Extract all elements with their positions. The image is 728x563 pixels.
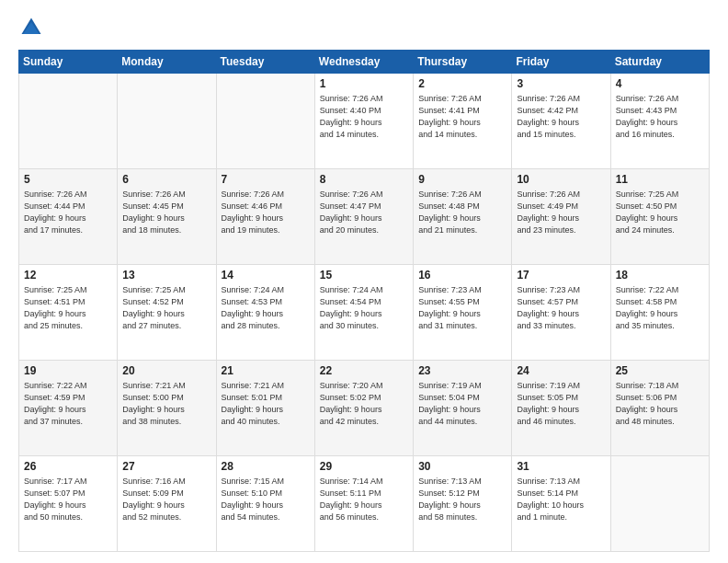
calendar-cell: 9Sunrise: 7:26 AM Sunset: 4:48 PM Daylig… — [414, 169, 512, 265]
day-number: 1 — [320, 77, 408, 90]
day-number: 6 — [122, 173, 210, 186]
day-info: Sunrise: 7:22 AM Sunset: 4:59 PM Dayligh… — [24, 380, 112, 428]
calendar-table: SundayMondayTuesdayWednesdayThursdayFrid… — [18, 50, 710, 552]
calendar-cell: 21Sunrise: 7:21 AM Sunset: 5:01 PM Dayli… — [216, 361, 314, 456]
day-info: Sunrise: 7:26 AM Sunset: 4:46 PM Dayligh… — [222, 189, 310, 236]
calendar-cell — [19, 74, 118, 169]
day-info: Sunrise: 7:21 AM Sunset: 5:01 PM Dayligh… — [222, 380, 310, 428]
day-info: Sunrise: 7:26 AM Sunset: 4:45 PM Dayligh… — [122, 189, 210, 236]
calendar-week-row: 12Sunrise: 7:25 AM Sunset: 4:51 PM Dayli… — [19, 265, 710, 361]
day-info: Sunrise: 7:26 AM Sunset: 4:47 PM Dayligh… — [320, 189, 408, 236]
calendar-cell: 23Sunrise: 7:19 AM Sunset: 5:04 PM Dayli… — [414, 361, 512, 456]
calendar-cell: 2Sunrise: 7:26 AM Sunset: 4:41 PM Daylig… — [414, 74, 512, 169]
day-info: Sunrise: 7:18 AM Sunset: 5:06 PM Dayligh… — [616, 380, 704, 428]
day-number: 3 — [517, 77, 605, 90]
day-info: Sunrise: 7:23 AM Sunset: 4:55 PM Dayligh… — [418, 284, 506, 332]
calendar-cell — [610, 456, 709, 552]
day-number: 10 — [517, 173, 605, 186]
day-info: Sunrise: 7:26 AM Sunset: 4:43 PM Dayligh… — [616, 93, 704, 141]
day-number: 20 — [122, 364, 210, 377]
calendar-cell: 16Sunrise: 7:23 AM Sunset: 4:55 PM Dayli… — [414, 265, 512, 361]
calendar-cell: 17Sunrise: 7:23 AM Sunset: 4:57 PM Dayli… — [512, 265, 610, 361]
calendar-header-saturday: Saturday — [610, 51, 709, 74]
day-number: 2 — [418, 77, 506, 90]
calendar-cell: 1Sunrise: 7:26 AM Sunset: 4:40 PM Daylig… — [314, 74, 413, 169]
day-info: Sunrise: 7:16 AM Sunset: 5:09 PM Dayligh… — [122, 476, 210, 523]
day-info: Sunrise: 7:25 AM Sunset: 4:51 PM Dayligh… — [24, 284, 112, 332]
day-info: Sunrise: 7:24 AM Sunset: 4:53 PM Dayligh… — [222, 284, 310, 332]
calendar-cell: 20Sunrise: 7:21 AM Sunset: 5:00 PM Dayli… — [118, 361, 216, 456]
day-info: Sunrise: 7:25 AM Sunset: 4:52 PM Dayligh… — [122, 284, 210, 332]
day-number: 5 — [24, 173, 112, 186]
day-info: Sunrise: 7:22 AM Sunset: 4:58 PM Dayligh… — [616, 284, 704, 332]
calendar-cell: 15Sunrise: 7:24 AM Sunset: 4:54 PM Dayli… — [314, 265, 413, 361]
calendar-header-friday: Friday — [512, 51, 610, 74]
day-info: Sunrise: 7:20 AM Sunset: 5:02 PM Dayligh… — [320, 380, 408, 428]
day-info: Sunrise: 7:15 AM Sunset: 5:10 PM Dayligh… — [222, 476, 310, 523]
day-info: Sunrise: 7:26 AM Sunset: 4:40 PM Dayligh… — [320, 93, 408, 141]
day-info: Sunrise: 7:21 AM Sunset: 5:00 PM Dayligh… — [122, 380, 210, 428]
calendar-header-wednesday: Wednesday — [314, 51, 413, 74]
calendar-header-sunday: Sunday — [19, 51, 118, 74]
day-number: 13 — [122, 269, 210, 282]
calendar-cell: 22Sunrise: 7:20 AM Sunset: 5:02 PM Dayli… — [314, 361, 413, 456]
calendar-cell: 30Sunrise: 7:13 AM Sunset: 5:12 PM Dayli… — [414, 456, 512, 552]
calendar-cell: 10Sunrise: 7:26 AM Sunset: 4:49 PM Dayli… — [512, 169, 610, 265]
day-info: Sunrise: 7:19 AM Sunset: 5:05 PM Dayligh… — [517, 380, 605, 428]
day-number: 15 — [320, 269, 408, 282]
day-info: Sunrise: 7:14 AM Sunset: 5:11 PM Dayligh… — [320, 476, 408, 523]
day-info: Sunrise: 7:24 AM Sunset: 4:54 PM Dayligh… — [320, 284, 408, 332]
day-number: 16 — [418, 269, 506, 282]
calendar-cell: 29Sunrise: 7:14 AM Sunset: 5:11 PM Dayli… — [314, 456, 413, 552]
logo — [18, 15, 48, 40]
calendar-week-row: 5Sunrise: 7:26 AM Sunset: 4:44 PM Daylig… — [19, 169, 710, 265]
day-number: 18 — [616, 269, 704, 282]
day-number: 28 — [222, 460, 310, 473]
calendar-cell: 3Sunrise: 7:26 AM Sunset: 4:42 PM Daylig… — [512, 74, 610, 169]
calendar-cell: 13Sunrise: 7:25 AM Sunset: 4:52 PM Dayli… — [118, 265, 216, 361]
day-number: 31 — [517, 460, 605, 473]
day-number: 25 — [616, 364, 704, 377]
day-number: 24 — [517, 364, 605, 377]
day-info: Sunrise: 7:13 AM Sunset: 5:14 PM Dayligh… — [517, 476, 605, 523]
day-number: 17 — [517, 269, 605, 282]
calendar-cell: 28Sunrise: 7:15 AM Sunset: 5:10 PM Dayli… — [216, 456, 314, 552]
day-number: 9 — [418, 173, 506, 186]
day-number: 21 — [222, 364, 310, 377]
day-number: 8 — [320, 173, 408, 186]
day-info: Sunrise: 7:26 AM Sunset: 4:42 PM Dayligh… — [517, 93, 605, 141]
day-number: 26 — [24, 460, 112, 473]
calendar-cell: 26Sunrise: 7:17 AM Sunset: 5:07 PM Dayli… — [19, 456, 118, 552]
calendar-header-thursday: Thursday — [414, 51, 512, 74]
day-info: Sunrise: 7:26 AM Sunset: 4:44 PM Dayligh… — [24, 189, 112, 236]
day-info: Sunrise: 7:26 AM Sunset: 4:49 PM Dayligh… — [517, 189, 605, 236]
calendar-week-row: 19Sunrise: 7:22 AM Sunset: 4:59 PM Dayli… — [19, 361, 710, 456]
calendar-week-row: 26Sunrise: 7:17 AM Sunset: 5:07 PM Dayli… — [19, 456, 710, 552]
day-info: Sunrise: 7:25 AM Sunset: 4:50 PM Dayligh… — [616, 189, 704, 236]
day-info: Sunrise: 7:26 AM Sunset: 4:41 PM Dayligh… — [418, 93, 506, 141]
day-info: Sunrise: 7:23 AM Sunset: 4:57 PM Dayligh… — [517, 284, 605, 332]
logo-icon — [18, 15, 44, 40]
page: SundayMondayTuesdayWednesdayThursdayFrid… — [0, 0, 728, 563]
day-number: 29 — [320, 460, 408, 473]
day-number: 23 — [418, 364, 506, 377]
day-number: 4 — [616, 77, 704, 90]
calendar-cell: 14Sunrise: 7:24 AM Sunset: 4:53 PM Dayli… — [216, 265, 314, 361]
day-number: 7 — [222, 173, 310, 186]
day-number: 30 — [418, 460, 506, 473]
calendar-cell: 19Sunrise: 7:22 AM Sunset: 4:59 PM Dayli… — [19, 361, 118, 456]
calendar-cell: 11Sunrise: 7:25 AM Sunset: 4:50 PM Dayli… — [610, 169, 709, 265]
calendar-week-row: 1Sunrise: 7:26 AM Sunset: 4:40 PM Daylig… — [19, 74, 710, 169]
calendar-cell: 25Sunrise: 7:18 AM Sunset: 5:06 PM Dayli… — [610, 361, 709, 456]
day-info: Sunrise: 7:13 AM Sunset: 5:12 PM Dayligh… — [418, 476, 506, 523]
calendar-cell: 5Sunrise: 7:26 AM Sunset: 4:44 PM Daylig… — [19, 169, 118, 265]
day-number: 19 — [24, 364, 112, 377]
calendar-header-tuesday: Tuesday — [216, 51, 314, 74]
day-number: 27 — [122, 460, 210, 473]
day-number: 22 — [320, 364, 408, 377]
day-info: Sunrise: 7:26 AM Sunset: 4:48 PM Dayligh… — [418, 189, 506, 236]
calendar-cell: 7Sunrise: 7:26 AM Sunset: 4:46 PM Daylig… — [216, 169, 314, 265]
calendar-cell: 18Sunrise: 7:22 AM Sunset: 4:58 PM Dayli… — [610, 265, 709, 361]
calendar-cell: 8Sunrise: 7:26 AM Sunset: 4:47 PM Daylig… — [314, 169, 413, 265]
calendar-cell: 27Sunrise: 7:16 AM Sunset: 5:09 PM Dayli… — [118, 456, 216, 552]
